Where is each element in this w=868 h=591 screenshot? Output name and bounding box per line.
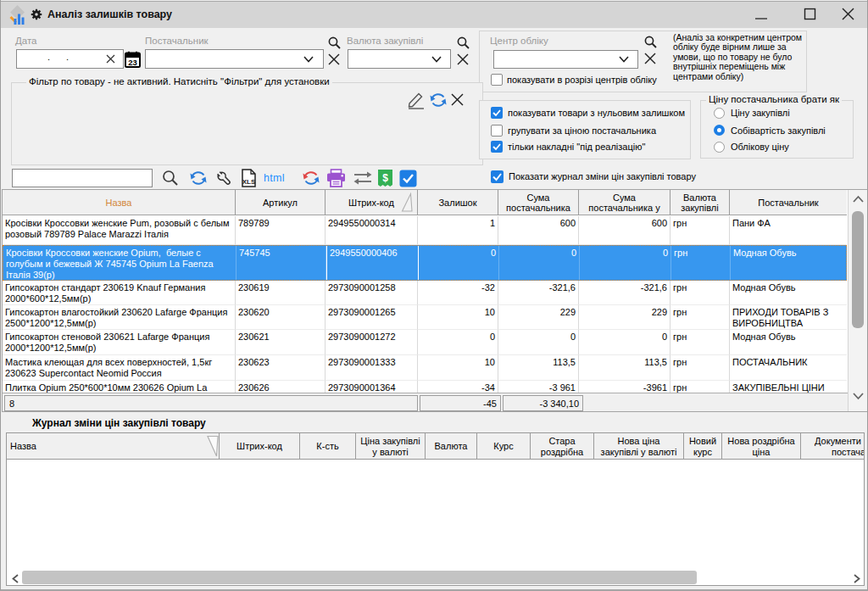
svg-text:23: 23: [128, 58, 137, 67]
svg-text:$: $: [382, 172, 388, 184]
svg-text:XLS: XLS: [242, 178, 256, 186]
